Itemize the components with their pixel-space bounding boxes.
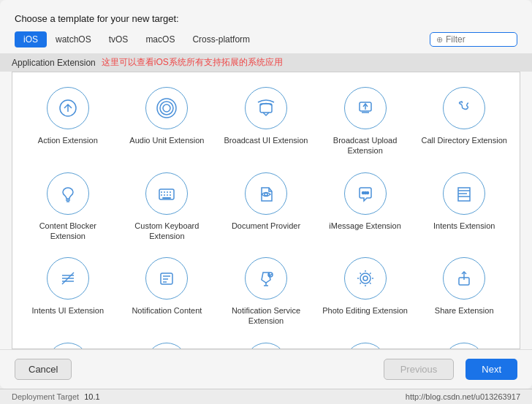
row4a-icon-circle	[47, 343, 89, 349]
item-broadcastui[interactable]: Broadcast UI Extension	[218, 80, 314, 162]
item-shareextension[interactable]: Share Extension	[416, 250, 512, 332]
intents-icon	[452, 182, 476, 205]
item-notificationcontent-label: Notification Content	[132, 305, 202, 316]
item-row4a[interactable]: @	[20, 335, 116, 349]
calldirectory-icon-circle	[443, 87, 485, 129]
item-notificationcontent[interactable]: Notification Content	[119, 250, 216, 332]
item-intents[interactable]: Intents Extension	[416, 165, 512, 248]
svg-rect-4	[260, 104, 272, 113]
broadcastupload-icon	[354, 96, 377, 120]
item-action-label: Action Extension	[38, 135, 98, 145]
deployment-value: 10.1	[84, 392, 99, 401]
item-documentprovider-label: Document Provider	[232, 221, 300, 231]
svg-line-41	[360, 283, 360, 283]
svg-point-33	[360, 273, 370, 283]
dialog-title: Choose a template for your new target:	[0, 0, 532, 31]
tab-watchos[interactable]: watchOS	[47, 31, 100, 47]
item-customkeyboard[interactable]: Custom Keyboard Extension	[119, 165, 216, 248]
svg-line-38	[360, 273, 360, 274]
photoediting-icon	[354, 267, 377, 290]
svg-point-18	[265, 193, 267, 196]
section-header: Application Extension 这里可以查看iOS系统所有支持拓展的…	[0, 53, 532, 72]
tab-ios[interactable]: iOS	[15, 31, 47, 47]
item-contentblocker[interactable]: Content Blocker Extension	[20, 165, 116, 248]
calldirectory-icon	[452, 96, 476, 120]
item-broadcastupload[interactable]: Broadcast Upload Extension	[317, 80, 414, 162]
bottom-bar: Deployment Target 10.1 http://blog.csdn.…	[0, 389, 532, 404]
svg-point-2	[160, 102, 173, 115]
item-calldirectory[interactable]: Call Directory Extension	[416, 80, 512, 162]
broadcastui-icon-circle	[245, 87, 287, 129]
imessage-icon	[354, 182, 377, 205]
action-icon	[56, 96, 80, 120]
nav-buttons: Previous Next	[384, 359, 517, 380]
item-action[interactable]: Action Extension	[20, 80, 116, 162]
notificationservice-icon-circle	[245, 257, 287, 300]
intents-icon-circle	[443, 172, 485, 215]
action-icon-circle	[47, 87, 89, 129]
row4e-icon-circle	[443, 343, 485, 349]
item-customkeyboard-label: Custom Keyboard Extension	[122, 221, 213, 242]
previous-button[interactable]: Previous	[384, 359, 455, 380]
section-note: 这里可以查看iOS系统所有支持拓展的系统应用	[102, 56, 283, 69]
deployment-label: Deployment Target	[12, 392, 79, 401]
next-button[interactable]: Next	[466, 359, 517, 380]
shareextension-icon-circle	[443, 257, 485, 300]
item-notificationservice[interactable]: Notification Service Extension	[218, 250, 314, 332]
item-row4d[interactable]: 17 17	[317, 335, 414, 349]
tab-bar: iOS watchOS tvOS macOS Cross-platform ⊕	[0, 31, 532, 53]
tab-tvos[interactable]: tvOS	[100, 31, 137, 47]
filter-icon: ⊕	[436, 35, 443, 45]
item-broadcastupload-label: Broadcast Upload Extension	[320, 135, 411, 156]
shareextension-icon	[452, 267, 476, 290]
item-audio[interactable]: Audio Unit Extension	[119, 80, 216, 162]
item-photoediting[interactable]: Photo Editing Extension	[317, 250, 414, 332]
item-intents-label: Intents Extension	[433, 221, 495, 231]
audio-icon-circle	[145, 87, 188, 129]
svg-line-40	[370, 273, 370, 274]
item-shareextension-label: Share Extension	[435, 305, 494, 316]
item-broadcastui-label: Broadcast UI Extension	[224, 135, 308, 145]
item-documentprovider[interactable]: Document Provider	[218, 165, 314, 248]
broadcastupload-icon-circle	[344, 87, 387, 129]
item-imessage[interactable]: iMessage Extension	[317, 165, 414, 248]
item-calldirectory-label: Call Directory Extension	[422, 135, 507, 145]
filter-input[interactable]	[446, 34, 504, 45]
section-name: Application Extension	[12, 58, 96, 68]
item-contentblocker-label: Content Blocker Extension	[23, 221, 113, 242]
customkeyboard-icon	[155, 182, 178, 205]
notificationcontent-icon-circle	[145, 257, 188, 300]
documentprovider-icon-circle	[245, 172, 287, 215]
filter-box: ⊕	[430, 32, 517, 47]
item-row4c[interactable]	[218, 335, 314, 349]
intentsui-icon-circle	[47, 257, 89, 300]
row4c-icon-circle	[245, 343, 287, 349]
broadcastui-icon	[254, 96, 278, 120]
cancel-button[interactable]: Cancel	[15, 359, 72, 380]
item-notificationservice-label: Notification Service Extension	[221, 305, 311, 327]
item-row4e[interactable]	[416, 335, 512, 349]
customkeyboard-icon-circle	[145, 172, 188, 215]
dialog-footer: Cancel Previous Next	[0, 349, 532, 389]
row4d-icon-circle: 17	[344, 343, 387, 349]
imessage-icon-circle	[344, 172, 387, 215]
documentprovider-icon	[254, 182, 278, 205]
photoediting-icon-circle	[344, 257, 387, 300]
contentblocker-icon-circle	[47, 172, 89, 215]
item-imessage-label: iMessage Extension	[329, 221, 400, 231]
tab-crossplatform[interactable]: Cross-platform	[183, 31, 259, 47]
audio-icon	[155, 96, 178, 120]
intentsui-icon	[56, 267, 80, 290]
item-photoediting-label: Photo Editing Extension	[322, 305, 408, 316]
notificationcontent-icon	[155, 267, 178, 290]
tab-macos[interactable]: macOS	[137, 31, 183, 47]
notificationservice-icon	[254, 267, 278, 290]
item-intentsui[interactable]: Intents UI Extension	[20, 250, 116, 332]
item-row4b[interactable]	[119, 335, 216, 349]
item-audio-label: Audio Unit Extension	[129, 135, 204, 145]
svg-point-21	[366, 191, 368, 194]
extensions-grid: Action Extension Audio Unit Extension	[12, 72, 520, 349]
svg-line-39	[370, 283, 370, 283]
url-text: http://blog.csdn.net/u013263917	[406, 392, 520, 401]
svg-point-42	[363, 276, 368, 281]
